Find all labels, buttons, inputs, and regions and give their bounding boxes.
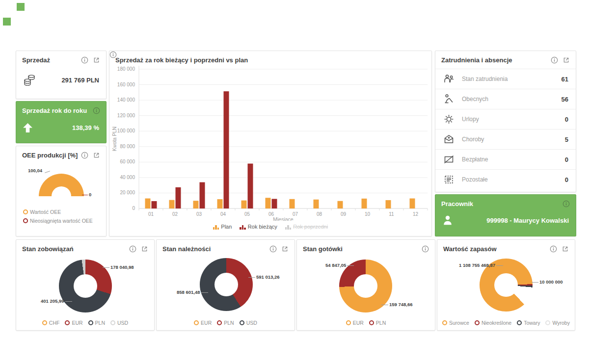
info-icon[interactable] (422, 245, 429, 253)
legend-item[interactable]: PLN (369, 320, 386, 326)
legend-label: USD (117, 320, 128, 326)
legend-ring-icon (442, 320, 447, 325)
hr-row-label: Pozostałe (462, 176, 565, 183)
svg-text:100 000: 100 000 (117, 128, 135, 133)
svg-text:160 000: 160 000 (117, 82, 135, 87)
svg-text:180 000: 180 000 (117, 66, 135, 72)
legend-item[interactable]: PLN (217, 320, 234, 326)
legend-item[interactable]: Wartość OEE (23, 209, 93, 215)
card-title: Zatrudnienia i absencje (441, 56, 512, 64)
person-icon (442, 214, 453, 226)
coins-icon (23, 74, 37, 86)
legend-label: PLN (224, 320, 234, 326)
legend-item[interactable]: USD (110, 320, 128, 326)
donut-chart (200, 258, 253, 311)
green-marker (3, 18, 11, 26)
arrow-up-icon (23, 123, 32, 132)
legend-label: PLN (376, 320, 386, 326)
legend-item[interactable]: Rok poprzedni (285, 224, 328, 230)
legend-ring-icon (369, 320, 374, 325)
hr-row-label: Obecnych (462, 96, 562, 103)
card-title: Sprzedaż (22, 56, 50, 64)
external-link-icon[interactable] (93, 56, 100, 64)
legend-ring-icon (545, 320, 550, 325)
info-icon[interactable] (550, 245, 557, 253)
crossed-banner-icon (443, 154, 457, 165)
legend-item[interactable]: Plan (213, 224, 232, 230)
receivables-card: Stan należności 591 013,26 858 601,48 EU… (156, 239, 295, 331)
legend-item[interactable]: EUR (65, 320, 82, 326)
legend-item[interactable]: Nieokreślone (475, 320, 511, 326)
legend-item[interactable]: Nieosiągnięta wartość OEE (23, 218, 93, 224)
legend-item[interactable]: PLN (88, 320, 105, 326)
digger-icon (443, 93, 457, 105)
external-link-icon[interactable] (562, 245, 569, 253)
inventory-card: Wartość zapasów 1 108 755 468,87 10 000 … (437, 239, 575, 331)
gauge-min-label: 0 (89, 192, 91, 197)
svg-text:Kwota PLN: Kwota PLN (112, 127, 117, 151)
oee-card: OEE produkcji [%] 100,04 0 Wartość OEENi… (16, 146, 107, 236)
info-icon[interactable] (81, 152, 88, 159)
sales-bar-chart: 020 00040 00060 00080 000100 000120 0001… (109, 51, 430, 221)
svg-text:03: 03 (196, 211, 202, 217)
svg-text:0: 0 (132, 206, 135, 211)
envelope-cross-icon (443, 133, 457, 145)
info-icon[interactable] (129, 245, 136, 253)
legend-ring-icon (88, 320, 93, 325)
legend-item[interactable]: EUR (194, 320, 212, 326)
card-title: Stan gotówki (303, 245, 343, 253)
svg-text:60 000: 60 000 (120, 159, 135, 164)
bar-chart-legend: PlanRok bieżącyRok poprzedni (109, 224, 431, 230)
sales-value: 291 769 PLN (61, 77, 99, 84)
svg-text:04: 04 (220, 211, 226, 217)
hr-row-value: 56 (562, 96, 568, 103)
card-title: Sprzedaż rok do roku (22, 107, 87, 114)
info-icon[interactable] (551, 56, 558, 64)
legend-ring-icon (23, 218, 28, 223)
legend-item[interactable]: Wyroby (545, 320, 570, 326)
legend-label: EUR (353, 320, 364, 326)
info-icon[interactable] (81, 56, 88, 64)
dashed-list-icon (443, 174, 457, 185)
external-link-icon[interactable] (281, 245, 289, 253)
info-icon[interactable] (93, 107, 100, 114)
chart-title: Sprzedaż za rok bieżący i poprzedni vs p… (115, 56, 248, 64)
oee-gauge-chart (39, 174, 84, 196)
hr-row-value: 0 (565, 156, 568, 163)
legend-item[interactable]: USD (240, 320, 257, 326)
legend-item[interactable]: CHF (42, 320, 60, 326)
hr-row-label: Urlopy (462, 116, 565, 123)
donut-legend: CHFEURPLNUSD (16, 320, 154, 326)
legend-label: Rok bieżący (248, 224, 277, 230)
legend-label: Nieokreślone (482, 320, 511, 326)
legend-label: CHF (49, 320, 60, 326)
legend-item[interactable]: EUR (346, 320, 364, 326)
legend-ring-icon (240, 320, 244, 325)
legend-label: Nieosiągnięta wartość OEE (30, 218, 93, 224)
sales-card: Sprzedaż 291 769 PLN (16, 51, 107, 99)
legend-item[interactable]: Rok bieżący (240, 224, 277, 230)
green-marker (17, 3, 25, 11)
legend-label: Rok poprzedni (293, 224, 328, 230)
svg-text:40 000: 40 000 (120, 175, 135, 180)
sales-yoy-value: 138,39 % (72, 124, 99, 131)
slice-label: 858 601,48 (177, 289, 200, 295)
info-icon[interactable] (269, 245, 277, 253)
hr-row-value: 5 (565, 136, 568, 143)
hr-row: Urlopy0 (435, 109, 576, 129)
external-link-icon[interactable] (93, 152, 100, 159)
legend-ring-icon (217, 320, 222, 325)
external-link-icon[interactable] (141, 245, 148, 253)
legend-ring-icon (346, 320, 351, 325)
hr-row: Obecnych56 (435, 89, 576, 109)
slice-label: 178 040,98 (110, 264, 134, 270)
legend-label: Wyroby (552, 320, 570, 326)
legend-label: Plan (221, 224, 232, 230)
info-icon[interactable] (562, 200, 570, 208)
legend-item[interactable]: Towary (517, 320, 540, 326)
donut-legend: EURPLNUSD (157, 320, 294, 326)
legend-ring-icon (42, 320, 47, 325)
legend-item[interactable]: Surowce (442, 320, 469, 326)
external-link-icon[interactable] (562, 56, 570, 64)
slice-label: 159 748,66 (389, 302, 413, 307)
